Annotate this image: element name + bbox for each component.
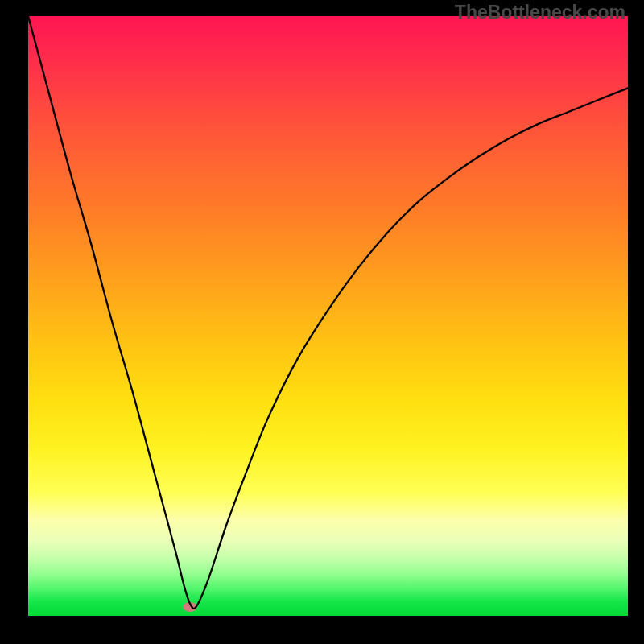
watermark-text: TheBottleneck.com (455, 2, 625, 23)
chart-curve (28, 16, 628, 616)
chart-frame (28, 16, 628, 616)
